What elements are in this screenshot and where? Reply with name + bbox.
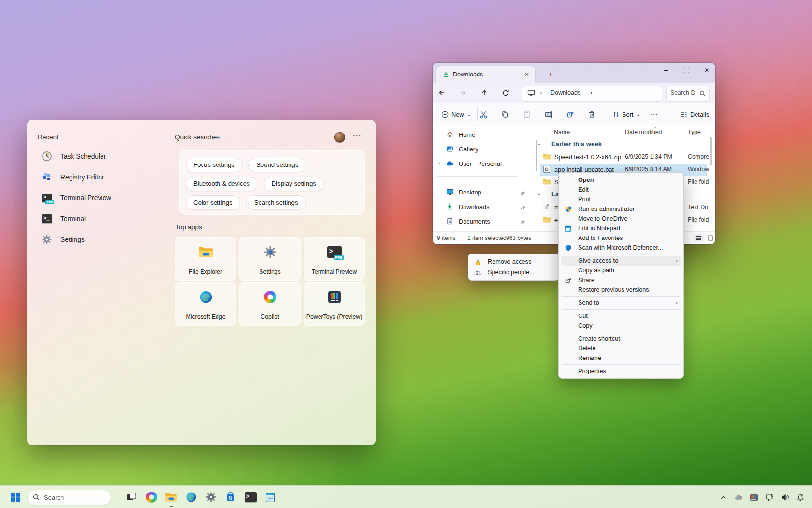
- search-box[interactable]: Search D: [666, 86, 710, 102]
- sidebar-item-documents[interactable]: Documents: [435, 214, 522, 228]
- thumbnail-view-toggle-icon[interactable]: [706, 234, 715, 242]
- back-icon[interactable]: [435, 86, 449, 100]
- top-app-settings[interactable]: Settings: [239, 237, 301, 281]
- file-explorer-button[interactable]: [161, 487, 181, 507]
- sidebar-item-downloads[interactable]: Downloads: [435, 199, 522, 214]
- context-menu-item-open[interactable]: Open: [561, 175, 682, 185]
- sort-button[interactable]: Sort ⌄: [609, 106, 643, 122]
- forward-icon[interactable]: [456, 86, 470, 100]
- column-header-type[interactable]: Type: [688, 129, 701, 135]
- details-view-toggle-icon[interactable]: [694, 234, 704, 242]
- vertical-scrollbar-thumb[interactable]: [710, 137, 712, 165]
- tab-downloads[interactable]: Downloads ✕: [436, 66, 535, 83]
- context-menu-item-delete[interactable]: Delete: [561, 344, 682, 353]
- start-button[interactable]: [6, 487, 25, 507]
- column-header-name[interactable]: Name: [554, 129, 570, 135]
- see-more-button[interactable]: ⋯: [647, 106, 661, 122]
- context-menu-item-copy-as-path[interactable]: Copy as path: [561, 266, 682, 275]
- context-menu-item-run-as-administrator[interactable]: Run as administrator: [561, 204, 682, 214]
- volume-tray-icon[interactable]: [779, 492, 791, 503]
- quick-search-pill[interactable]: Search settings: [246, 195, 306, 210]
- top-app-powertoys[interactable]: PowerToys (Preview): [304, 282, 365, 326]
- tab-close-icon[interactable]: ✕: [522, 70, 531, 79]
- copy-icon[interactable]: [497, 106, 513, 122]
- share-icon[interactable]: [562, 106, 579, 122]
- file-row-speedtest-zip[interactable]: SpeedTest-1.0.2-x64.zip 6/9/2025 1:34 PM…: [540, 151, 707, 164]
- settings-button[interactable]: [201, 487, 220, 507]
- menu-item-label: Give access to: [578, 257, 618, 264]
- taskbar-search-box[interactable]: Search: [27, 490, 111, 505]
- group-collapse-icon[interactable]: ⌄: [537, 191, 541, 196]
- context-menu-item-edit-in-notepad[interactable]: Edit in Notepad: [561, 224, 682, 233]
- details-button[interactable]: Details: [677, 106, 712, 122]
- quick-search-pill[interactable]: Sound settings: [248, 158, 306, 172]
- address-bar[interactable]: › Downloads ›: [522, 86, 662, 102]
- sidebar-item-gallery[interactable]: Gallery: [435, 142, 522, 156]
- top-app-terminal-preview[interactable]: >PRE Terminal Preview: [304, 237, 365, 281]
- new-tab-button[interactable]: +: [545, 69, 556, 80]
- top-app-copilot[interactable]: Copilot: [239, 282, 301, 326]
- context-menu-item-scan-with-defender[interactable]: Scan with Microsoft Defender...: [561, 243, 682, 253]
- context-menu-item-properties[interactable]: Properties: [561, 366, 682, 376]
- quick-search-pill[interactable]: Display settings: [264, 177, 324, 191]
- terminal-button[interactable]: >_: [241, 487, 260, 507]
- minimize-button[interactable]: [656, 63, 676, 77]
- top-app-file-explorer[interactable]: File Explorer: [175, 237, 236, 281]
- recent-item-settings[interactable]: Settings: [36, 230, 166, 249]
- submenu-item-remove-access[interactable]: Remove access: [470, 256, 557, 267]
- rename-icon[interactable]: A: [540, 106, 557, 122]
- context-menu-item-rename[interactable]: Rename: [561, 353, 682, 363]
- tray-chevron-up-icon[interactable]: [717, 492, 729, 503]
- recent-item-registry-editor[interactable]: Registry Editor: [36, 168, 166, 186]
- user-avatar[interactable]: [334, 132, 345, 143]
- group-collapse-icon[interactable]: ⌄: [537, 141, 541, 146]
- context-menu-item-give-access-to[interactable]: Give access to ›: [561, 256, 682, 266]
- microsoft-store-button[interactable]: [221, 487, 240, 507]
- context-menu-item-print[interactable]: Print: [561, 194, 682, 204]
- notepad-button[interactable]: [261, 487, 280, 507]
- copilot-button[interactable]: [142, 487, 161, 507]
- task-view-button[interactable]: [122, 487, 141, 507]
- context-menu-item-move-to-onedrive[interactable]: Move to OneDrive: [561, 214, 682, 224]
- paste-icon[interactable]: [519, 106, 535, 122]
- top-app-microsoft-edge[interactable]: Microsoft Edge: [175, 282, 236, 326]
- close-button[interactable]: ✕: [696, 63, 715, 77]
- context-menu-item-add-to-favorites[interactable]: Add to Favorites: [561, 233, 682, 243]
- menu-separator: [562, 296, 681, 297]
- color-app-tray-icon[interactable]: [748, 492, 760, 503]
- breadcrumb-downloads[interactable]: Downloads: [551, 86, 580, 100]
- details-button-label: Details: [690, 111, 709, 118]
- recent-item-terminal[interactable]: >_ Terminal: [36, 209, 166, 228]
- menu-item-label: Print: [578, 196, 591, 203]
- quick-search-pill[interactable]: Color settings: [186, 195, 240, 210]
- group-header-earlier-this-week[interactable]: Earlier this week: [551, 140, 602, 148]
- context-menu-item-cut[interactable]: Cut: [561, 311, 682, 321]
- notification-bell-icon[interactable]: z: [795, 492, 806, 503]
- recent-item-terminal-preview[interactable]: >PRE Terminal Preview: [36, 189, 166, 207]
- quick-search-pill[interactable]: Focus settings: [186, 158, 242, 172]
- expand-chevron-icon[interactable]: ›: [438, 160, 440, 166]
- more-options-button[interactable]: ⋯: [350, 130, 363, 142]
- refresh-icon[interactable]: [498, 86, 513, 100]
- cut-icon[interactable]: [475, 106, 492, 122]
- new-button[interactable]: New ⌄: [437, 106, 475, 122]
- context-menu-item-create-shortcut[interactable]: Create shortcut: [561, 334, 682, 344]
- column-header-date-modified[interactable]: Date modified: [625, 129, 662, 135]
- sidebar-item-desktop[interactable]: Desktop: [435, 185, 522, 199]
- network-tray-icon[interactable]: [764, 492, 775, 503]
- edge-button[interactable]: [181, 487, 201, 507]
- quick-search-pill[interactable]: Bluetooth & devices: [186, 177, 258, 191]
- context-menu-item-copy[interactable]: Copy: [561, 321, 682, 330]
- context-menu-item-restore-previous-versions[interactable]: Restore previous versions: [561, 285, 682, 295]
- up-icon[interactable]: [477, 86, 492, 100]
- onedrive-tray-icon[interactable]: [733, 492, 744, 503]
- submenu-item-specific-people[interactable]: Specific people...: [470, 267, 557, 278]
- context-menu-item-edit[interactable]: Edit: [561, 185, 682, 194]
- recent-item-task-scheduler[interactable]: Task Scheduler: [36, 147, 166, 165]
- maximize-button[interactable]: [676, 63, 696, 77]
- sidebar-item-onedrive-personal[interactable]: › User - Personal: [435, 156, 522, 171]
- delete-icon[interactable]: [583, 106, 600, 122]
- context-menu-item-send-to[interactable]: Send to ›: [561, 298, 682, 308]
- context-menu-item-share[interactable]: Share: [561, 275, 682, 285]
- sidebar-item-home[interactable]: Home: [435, 127, 522, 142]
